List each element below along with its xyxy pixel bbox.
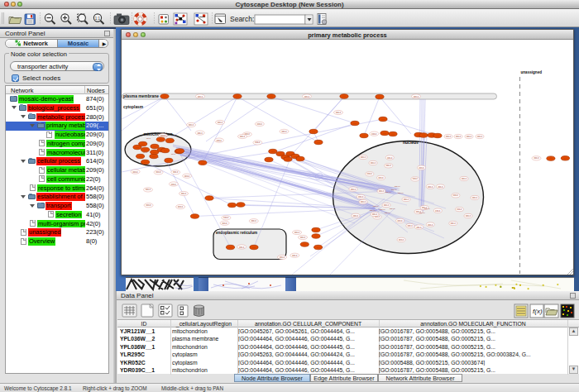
svg-text:xxx-x: xxx-x (294, 232, 300, 234)
svg-text:xxx-x: xxx-x (416, 227, 422, 229)
svg-text:xxx-x: xxx-x (387, 157, 393, 160)
svg-text:xxx-x: xxx-x (361, 156, 366, 159)
svg-text:xxx-x: xxx-x (336, 112, 342, 114)
svg-text:xxx-x: xxx-x (435, 210, 441, 213)
svg-text:cytoplasm: cytoplasm (123, 105, 144, 109)
svg-text:ww-xx: ww-xx (380, 208, 385, 211)
svg-text:xxx-x: xxx-x (456, 136, 462, 138)
svg-text:xxx-x: xxx-x (239, 246, 245, 249)
svg-text:xxx-x: xxx-x (414, 96, 419, 98)
svg-text:xxx-x: xxx-x (171, 184, 177, 186)
svg-text:Search:: Search: (230, 15, 254, 23)
svg-text:1:1: 1:1 (95, 17, 101, 21)
svg-text:xxx-x: xxx-x (428, 186, 433, 189)
svg-text:xxx-x: xxx-x (351, 189, 356, 191)
svg-text:xxx-x: xxx-x (300, 237, 306, 239)
svg-text:xxx-x: xxx-x (467, 136, 472, 138)
svg-text:xxx-x: xxx-x (257, 123, 263, 126)
svg-text:mt-q: mt-q (146, 137, 151, 140)
svg-text:xxx-x: xxx-x (178, 206, 184, 208)
svg-text:mitochondrion: mitochondrion (144, 131, 173, 136)
svg-text:ww-xx: ww-xx (370, 209, 376, 212)
svg-text:xxx-x: xxx-x (438, 186, 443, 189)
svg-text:xxx-x: xxx-x (189, 124, 194, 127)
svg-text:xxx-x: xxx-x (428, 224, 433, 227)
svg-text:ww-xx: ww-xx (391, 189, 397, 191)
svg-text:ww-xx: ww-xx (424, 208, 430, 210)
svg-text:ww-xx: ww-xx (385, 191, 391, 194)
svg-text:xxx-x: xxx-x (371, 162, 376, 165)
svg-text:xxx-x: xxx-x (453, 194, 459, 197)
svg-text:xxx-x: xxx-x (384, 204, 390, 207)
svg-text:xxx-x: xxx-x (181, 193, 187, 195)
svg-text:xxx-x: xxx-x (156, 171, 162, 174)
svg-text:xxx-x: xxx-x (413, 178, 419, 180)
svg-text:f(x): f(x) (533, 308, 543, 315)
svg-text:xxx-x: xxx-x (371, 133, 377, 136)
svg-text:xxx-x: xxx-x (133, 171, 139, 174)
svg-text:xxx-x: xxx-x (251, 220, 257, 222)
svg-text:mt-q: mt-q (171, 153, 175, 155)
svg-text:ww-xx: ww-xx (395, 185, 400, 188)
svg-text:xxx-x: xxx-x (198, 132, 203, 135)
svg-text:xxx-x: xxx-x (462, 178, 467, 180)
svg-text:xxx-x: xxx-x (419, 167, 425, 170)
svg-text:xxx-x: xxx-x (408, 225, 414, 227)
svg-text:plasma membrane: plasma membrane (123, 94, 159, 98)
svg-text:xxx-x: xxx-x (446, 136, 452, 138)
svg-text:xxx-x: xxx-x (457, 208, 462, 211)
svg-text:xxx-x: xxx-x (223, 222, 228, 225)
svg-text:xxx-x: xxx-x (399, 239, 404, 241)
svg-text:mt-q: mt-q (163, 135, 167, 137)
svg-text:unassigned: unassigned (521, 70, 543, 74)
svg-text:xxx-x: xxx-x (173, 171, 179, 174)
svg-text:xxx-x: xxx-x (223, 217, 229, 219)
svg-text:ww-xx: ww-xx (385, 212, 390, 214)
svg-text:xxx-x: xxx-x (146, 204, 152, 207)
svg-text:endoplasmic reticulum: endoplasmic reticulum (216, 231, 257, 235)
svg-text:ww-xx: ww-xx (373, 205, 379, 208)
svg-text:xxx-x: xxx-x (292, 255, 298, 257)
svg-text:xxx-x: xxx-x (217, 140, 223, 142)
svg-text:xxx-x: xxx-x (367, 173, 373, 175)
svg-text:ww-xx: ww-xx (419, 212, 425, 214)
svg-text:xxx-x: xxx-x (451, 222, 457, 225)
svg-text:xxx-x: xxx-x (304, 96, 310, 98)
svg-text:xxx-x: xxx-x (534, 157, 539, 160)
svg-text:xxx-x: xxx-x (358, 196, 364, 198)
svg-text:xxx-x: xxx-x (398, 220, 404, 222)
svg-text:xxx-x: xxx-x (386, 165, 392, 167)
svg-text:xxx-x: xxx-x (198, 96, 203, 98)
svg-text:xxx-x: xxx-x (184, 175, 190, 178)
svg-text:xxx-x: xxx-x (477, 136, 483, 138)
svg-text:xxx-x: xxx-x (372, 213, 378, 216)
svg-text:xxx-x: xxx-x (218, 122, 223, 124)
svg-text:ww-xx: ww-xx (398, 192, 404, 194)
svg-text:xxx-x: xxx-x (255, 141, 261, 144)
svg-text:xxx-x: xxx-x (379, 190, 385, 193)
svg-text:xxx-x: xxx-x (240, 136, 246, 138)
svg-text:xxx-x: xxx-x (281, 131, 287, 133)
svg-text:xxx-x: xxx-x (353, 215, 359, 218)
svg-text:xxx-x: xxx-x (280, 256, 285, 259)
svg-text:ww-xx: ww-xx (390, 208, 395, 210)
svg-text:xxx-x: xxx-x (472, 197, 478, 199)
svg-text:xxx-x: xxx-x (379, 177, 385, 179)
svg-text:xxx-x: xxx-x (146, 189, 151, 191)
svg-text:nucleus: nucleus (403, 140, 419, 145)
svg-text:xxx-x: xxx-x (361, 201, 366, 203)
svg-text:xxx-x: xxx-x (466, 215, 471, 218)
svg-text:xxx-x: xxx-x (404, 198, 409, 201)
